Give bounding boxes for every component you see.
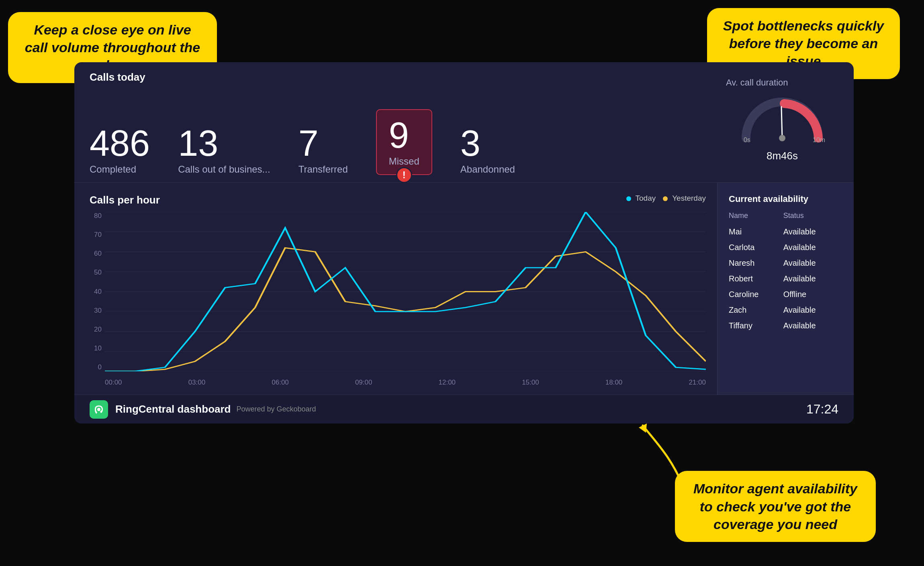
stat-completed-number: 486	[90, 125, 150, 161]
agent-row: ZachAvailable	[729, 302, 842, 318]
legend-today: Today	[626, 194, 656, 203]
agent-status: Offline	[783, 287, 842, 302]
footer-powered-by: Powered by Geckoboard	[236, 405, 316, 413]
legend-today-label: Today	[636, 194, 656, 202]
x-axis-labels: 00:00 03:00 06:00 09:00 12:00 15:00 18:0…	[105, 379, 706, 387]
yesterday-line	[105, 248, 706, 371]
stat-missed-number: 9	[389, 117, 419, 153]
agent-status: Available	[783, 240, 842, 255]
footer-time: 17:24	[806, 402, 838, 417]
svg-point-16	[97, 408, 100, 411]
ringcentral-logo-icon	[93, 403, 105, 415]
stat-transferred-number: 7	[298, 125, 348, 161]
stat-missed: 9 Missed !	[376, 109, 432, 175]
stat-abandonned-number: 3	[460, 125, 515, 161]
stats-section: Calls today 486 Completed 13 Calls out o…	[74, 62, 854, 183]
availability-table: Name Status MaiAvailableCarlotaAvailable…	[729, 212, 842, 334]
stat-transferred: 7 Transferred	[298, 125, 348, 175]
legend-today-dot	[626, 196, 631, 201]
agent-name: Mai	[729, 224, 783, 240]
stat-completed-label: Completed	[90, 164, 150, 175]
legend-yesterday: Yesterday	[663, 194, 706, 203]
agent-row: NareshAvailable	[729, 255, 842, 271]
agent-row: TiffanyAvailable	[729, 318, 842, 334]
gauge-section: Av. call duration 0s 10m 8m46s	[726, 73, 838, 175]
bottom-section: Calls per hour Today Yesterday 80 70 60 …	[74, 183, 854, 395]
agent-name: Caroline	[729, 287, 783, 302]
stat-callsout-number: 13	[178, 125, 270, 161]
agent-status: Available	[783, 224, 842, 240]
gauge-value: 8m46s	[767, 145, 798, 163]
availability-section: Current availability Name Status MaiAvai…	[717, 183, 854, 395]
stats-title: Calls today	[90, 71, 145, 83]
legend-yesterday-label: Yesterday	[672, 194, 706, 202]
chart-legend: Today Yesterday	[626, 194, 706, 203]
footer-logo	[90, 400, 108, 419]
gauge-chart: 0s 10m	[738, 92, 826, 144]
agent-name: Carlota	[729, 240, 783, 255]
availability-title: Current availability	[729, 194, 842, 204]
stat-abandonned: 3 Abandonned	[460, 125, 515, 175]
footer-dashboard-title: RingCentral dashboard	[115, 403, 231, 415]
agent-name: Zach	[729, 302, 783, 318]
agent-status: Available	[783, 302, 842, 318]
svg-text:10m: 10m	[813, 136, 825, 143]
col-status: Status	[783, 212, 842, 224]
chart-title: Calls per hour	[90, 194, 706, 206]
agent-row: CarolineOffline	[729, 287, 842, 302]
agent-status: Available	[783, 271, 842, 287]
agent-name: Naresh	[729, 255, 783, 271]
gauge-title: Av. call duration	[726, 77, 788, 88]
agent-status: Available	[783, 255, 842, 271]
agent-name: Robert	[729, 271, 783, 287]
dashboard-footer: RingCentral dashboard Powered by Geckobo…	[74, 395, 854, 423]
stat-transferred-label: Transferred	[298, 164, 348, 175]
chart-svg	[105, 212, 706, 371]
agent-row: RobertAvailable	[729, 271, 842, 287]
svg-point-4	[779, 135, 785, 141]
agent-name: Tiffany	[729, 318, 783, 334]
stat-abandonned-label: Abandonned	[460, 164, 515, 175]
stat-completed: 486 Completed	[90, 125, 150, 175]
stats-left: 486 Completed 13 Calls out of busines...…	[90, 73, 726, 175]
arrow-bottom-right	[627, 421, 691, 486]
alert-icon: !	[396, 167, 412, 183]
svg-line-3	[781, 107, 782, 138]
chart-section: Calls per hour Today Yesterday 80 70 60 …	[74, 183, 717, 395]
callout-bottom-right: Monitor agent availability to check you'…	[675, 471, 876, 542]
stat-missed-label: Missed	[389, 156, 419, 167]
col-name: Name	[729, 212, 783, 224]
chart-area: 80 70 60 50 40 30 20 10 0	[90, 212, 706, 387]
dashboard: Calls today 486 Completed 13 Calls out o…	[74, 62, 854, 423]
stat-calls-out: 13 Calls out of busines...	[178, 125, 270, 175]
agent-status: Available	[783, 318, 842, 334]
agent-row: MaiAvailable	[729, 224, 842, 240]
y-axis-labels: 80 70 60 50 40 30 20 10 0	[90, 212, 104, 371]
agent-row: CarlotaAvailable	[729, 240, 842, 255]
stat-callsout-label: Calls out of busines...	[178, 164, 270, 175]
legend-yesterday-dot	[663, 196, 668, 201]
svg-text:0s: 0s	[744, 136, 750, 143]
